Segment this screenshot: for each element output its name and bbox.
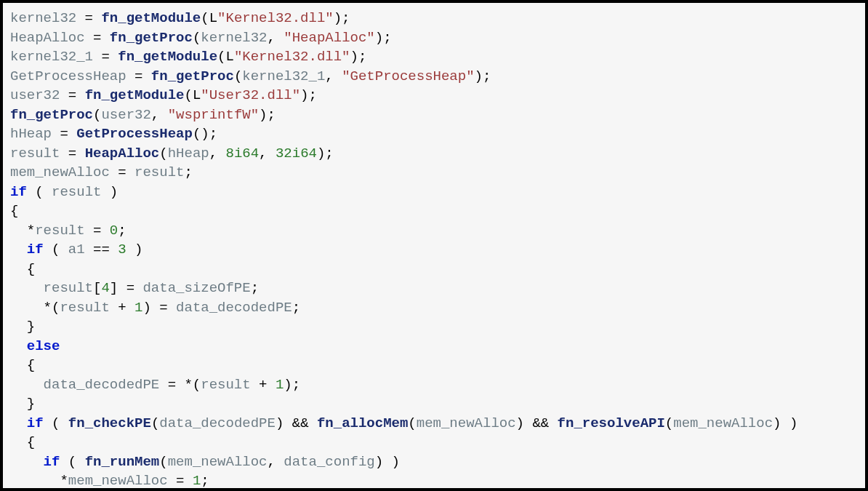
code-token: result xyxy=(10,145,60,161)
code-token: "Kernel32.dll" xyxy=(234,49,350,65)
code-token: = xyxy=(110,164,134,180)
code-token: ( xyxy=(665,415,673,431)
code-token: = xyxy=(76,10,101,26)
code-token: L xyxy=(209,10,217,26)
code-token: + xyxy=(251,377,276,393)
code-token: ) xyxy=(101,184,118,200)
code-line[interactable]: kernel32 = fn_getModule(L"Kernel32.dll")… xyxy=(10,10,350,26)
code-token: ( xyxy=(159,145,167,161)
code-token: ) = xyxy=(142,300,176,316)
code-token xyxy=(10,454,44,470)
code-token: { xyxy=(10,357,35,373)
code-token: else xyxy=(27,338,60,354)
code-line[interactable]: if ( fn_checkPE(data_decodedPE) && fn_al… xyxy=(10,415,797,431)
code-token: kernel32_1 xyxy=(10,49,93,65)
code-token: fn_getProc xyxy=(151,68,234,84)
code-line[interactable]: { xyxy=(10,203,18,219)
code-token: 1 xyxy=(134,300,142,316)
code-token: result xyxy=(35,223,84,239)
code-token: , xyxy=(259,145,276,161)
code-token: ); xyxy=(334,10,350,26)
code-token: ); xyxy=(375,30,392,46)
code-token: ( xyxy=(60,454,84,470)
code-token: + xyxy=(110,300,134,316)
code-line[interactable]: result = HeapAlloc(hHeap, 8i64, 32i64); xyxy=(10,145,334,161)
code-token: if xyxy=(10,184,27,200)
code-token: ) && xyxy=(516,415,558,431)
code-token: 1 xyxy=(193,473,201,489)
code-token: ; xyxy=(118,223,126,239)
code-token: ; xyxy=(292,300,300,316)
code-token: * xyxy=(10,223,35,239)
code-token: ; xyxy=(201,473,209,489)
code-line[interactable]: kernel32_1 = fn_getModule(L"Kernel32.dll… xyxy=(10,49,366,65)
code-line[interactable]: } xyxy=(10,319,35,335)
code-token: "HeapAlloc" xyxy=(284,30,374,46)
code-line[interactable]: } xyxy=(10,396,35,412)
code-line[interactable]: else xyxy=(10,338,60,354)
code-token: fn_runMem xyxy=(85,454,160,470)
code-token: 3 xyxy=(118,241,126,258)
code-token: ; xyxy=(184,164,192,180)
code-line[interactable]: { xyxy=(10,434,35,450)
code-token: 32i64 xyxy=(276,145,317,161)
code-token xyxy=(10,377,44,393)
code-token: { xyxy=(10,434,35,450)
code-token: mem_newAlloc xyxy=(168,454,268,470)
code-token: HeapAlloc xyxy=(85,145,160,161)
code-token: { xyxy=(10,261,35,277)
code-token xyxy=(10,415,27,431)
code-line[interactable]: result[4] = data_sizeOfPE; xyxy=(10,280,259,296)
code-line[interactable]: data_decodedPE = *(result + 1); xyxy=(10,377,300,393)
code-token: = xyxy=(93,49,118,65)
code-token: ) ) xyxy=(375,454,400,470)
code-line[interactable]: *result = 0; xyxy=(10,223,126,239)
code-token: data_decodedPE xyxy=(44,377,160,393)
code-token: , xyxy=(268,30,284,46)
code-frame: kernel32 = fn_getModule(L"Kernel32.dll")… xyxy=(0,0,868,491)
code-token: GetProcessHeap xyxy=(10,68,126,84)
code-token: if xyxy=(44,454,60,470)
code-token: fn_getModule xyxy=(118,49,217,65)
code-line[interactable]: { xyxy=(10,261,35,277)
code-token: [ xyxy=(93,280,101,296)
code-token: ( xyxy=(201,10,209,26)
code-token: ); xyxy=(300,87,317,103)
code-token: 0 xyxy=(110,223,118,239)
code-line[interactable]: if ( a1 == 3 ) xyxy=(10,241,142,258)
code-token: *( xyxy=(10,300,60,316)
code-line[interactable]: mem_newAlloc = result; xyxy=(10,164,193,180)
code-token: ); xyxy=(317,145,334,161)
code-line[interactable]: user32 = fn_getModule(L"User32.dll"); xyxy=(10,87,317,103)
code-token: = xyxy=(60,145,84,161)
code-line[interactable]: { xyxy=(10,357,35,373)
code-line[interactable]: GetProcessHeap = fn_getProc(kernel32_1, … xyxy=(10,68,491,84)
code-token: fn_checkPE xyxy=(68,415,151,431)
code-token: ( xyxy=(151,415,159,431)
code-token: ) ) xyxy=(773,415,797,431)
code-token: fn_resolveAPI xyxy=(558,415,665,431)
code-token: "Kernel32.dll" xyxy=(217,10,334,26)
code-token: result xyxy=(201,377,250,393)
code-line[interactable]: fn_getProc(user32, "wsprintfW"); xyxy=(10,107,276,123)
code-line[interactable]: hHeap = GetProcessHeap(); xyxy=(10,126,217,142)
code-line[interactable]: HeapAlloc = fn_getProc(kernel32, "HeapAl… xyxy=(10,30,392,46)
code-token: a1 xyxy=(68,241,85,258)
code-token: ( xyxy=(193,30,201,46)
code-token: = xyxy=(60,87,84,103)
code-token: hHeap xyxy=(168,145,209,161)
code-token: (); xyxy=(193,126,217,142)
code-line[interactable]: *(result + 1) = data_decodedPE; xyxy=(10,300,300,316)
code-token: ); xyxy=(259,107,276,123)
code-token: kernel32 xyxy=(10,10,76,26)
code-token: data_decodedPE xyxy=(176,300,292,316)
decompiled-code[interactable]: kernel32 = fn_getModule(L"Kernel32.dll")… xyxy=(10,9,858,491)
code-token: ( xyxy=(44,241,68,258)
code-token: ( xyxy=(27,184,52,200)
code-line[interactable]: if ( result ) xyxy=(10,184,118,200)
code-token: ( xyxy=(184,87,192,103)
code-token: ( xyxy=(234,68,242,84)
code-token: HeapAlloc xyxy=(10,30,85,46)
code-line[interactable]: *mem_newAlloc = 1; xyxy=(10,473,209,489)
code-line[interactable]: if ( fn_runMem(mem_newAlloc, data_config… xyxy=(10,454,400,470)
